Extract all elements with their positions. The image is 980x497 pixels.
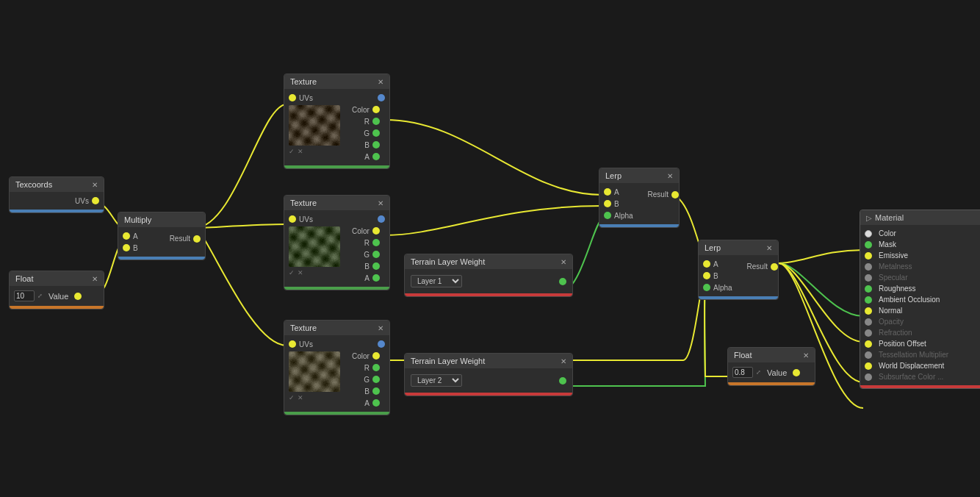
material-color-dot[interactable] <box>865 230 872 237</box>
texture3-uvs-right-dot[interactable] <box>378 340 385 348</box>
texture3-uvs-dot[interactable] <box>289 340 296 348</box>
texture1-r-dot[interactable] <box>372 118 380 125</box>
texture2-color-row: Color <box>345 225 384 237</box>
multiply-result-dot[interactable] <box>193 235 201 243</box>
float1-input[interactable] <box>14 290 35 301</box>
texture3-color-dot[interactable] <box>372 352 380 360</box>
texture3-a-dot[interactable] <box>372 399 380 407</box>
material-specular-row: Specular <box>860 272 980 283</box>
terrain1-header: Terrain Layer Weight ✕ <box>405 254 572 269</box>
lerp1-b-dot[interactable] <box>604 200 611 207</box>
texture2-b-dot[interactable] <box>372 262 380 270</box>
texture3-close[interactable]: ✕ <box>378 324 383 332</box>
texture1-preview-area: ✓ ✕ <box>284 104 345 162</box>
texture2-a-dot[interactable] <box>372 274 380 282</box>
texture1-b-row: B <box>345 139 384 151</box>
lerp1-a-dot[interactable] <box>604 188 611 196</box>
material-refraction-dot[interactable] <box>865 329 872 337</box>
texcoords-uvs-port: UVs <box>10 195 104 207</box>
texture1-g-row: G <box>345 127 384 139</box>
texture1-a-dot[interactable] <box>372 153 380 160</box>
terrain1-layer-select[interactable]: Layer 1 Layer 2 <box>411 275 462 287</box>
lerp1-close[interactable]: ✕ <box>667 172 673 180</box>
lerp1-alpha-dot[interactable] <box>604 212 611 219</box>
texture1-title: Texture <box>290 77 317 86</box>
texture3-g-row: G <box>345 373 384 385</box>
lerp2-a-dot[interactable] <box>703 260 710 268</box>
lerp1-result-dot[interactable] <box>671 191 679 199</box>
texture2-b-row: B <box>345 260 384 272</box>
float2-value-dot[interactable] <box>793 369 800 376</box>
texture2-g-dot[interactable] <box>372 251 380 258</box>
texture2-r-dot[interactable] <box>372 239 380 246</box>
material-normal-dot[interactable] <box>865 307 872 315</box>
lerp2-b-dot[interactable] <box>703 272 710 279</box>
terrain2-output-dot[interactable] <box>559 377 566 385</box>
texture3-a-label: A <box>361 399 372 407</box>
float1-expand-icon[interactable]: ⤢ <box>37 293 43 299</box>
texture3-g-dot[interactable] <box>372 376 380 383</box>
lerp2-result-label: Result <box>744 262 771 271</box>
lerp2-node: Lerp ✕ A B Alpha <box>698 240 779 300</box>
float1-close[interactable]: ✕ <box>92 275 98 283</box>
float2-expand-icon[interactable]: ⤢ <box>756 369 761 376</box>
material-tessmult-dot[interactable] <box>865 351 872 359</box>
terrain1-close[interactable]: ✕ <box>561 258 566 266</box>
texture3-color-row: Color <box>345 350 384 362</box>
material-posoffset-label: Position Offset <box>876 340 929 348</box>
material-mask-dot[interactable] <box>865 241 872 248</box>
texcoords-node: Texcoords ✕ UVs <box>9 176 104 213</box>
texture3-content: ✓ ✕ Color R G <box>284 350 389 409</box>
material-roughness-dot[interactable] <box>865 285 872 293</box>
texture3-r-dot[interactable] <box>372 364 380 371</box>
texture3-x-icon: ✕ <box>298 394 303 401</box>
texture1-uvs-row: UVs <box>284 92 389 104</box>
texture3-g-label: G <box>361 376 372 384</box>
texcoords-uvs-dot[interactable] <box>92 197 99 204</box>
material-worlddisp-dot[interactable] <box>865 362 872 370</box>
texture1-b-dot[interactable] <box>372 141 380 149</box>
terrain2-node: Terrain Layer Weight ✕ Layer 1 Layer 2 <box>404 353 573 396</box>
material-ao-row: Ambient Occlusion <box>860 294 980 305</box>
material-opacity-dot[interactable] <box>865 318 872 326</box>
material-ao-dot[interactable] <box>865 296 872 304</box>
material-metalness-dot[interactable] <box>865 263 872 271</box>
texture2-a-row: A <box>345 272 384 284</box>
texture1-g-dot[interactable] <box>372 129 380 137</box>
texture1-close[interactable]: ✕ <box>378 78 383 86</box>
float2-input[interactable] <box>732 367 753 378</box>
texture1-uvs-right-dot[interactable] <box>378 94 385 101</box>
lerp2-alpha-dot[interactable] <box>703 284 710 291</box>
texture1-uvs-dot[interactable] <box>289 94 296 101</box>
lerp2-result-row: Result <box>740 258 782 271</box>
texcoords-close[interactable]: ✕ <box>92 181 98 189</box>
texture2-close[interactable]: ✕ <box>378 199 383 207</box>
texture2-uvs-dot[interactable] <box>289 215 296 223</box>
texture1-uvs-label: UVs <box>296 94 316 102</box>
material-specular-dot[interactable] <box>865 274 872 282</box>
material-emissive-dot[interactable] <box>865 252 872 260</box>
texture2-uvs-right-dot[interactable] <box>378 215 385 223</box>
multiply-inputs: A B <box>118 230 145 254</box>
texture1-color-dot[interactable] <box>372 106 380 113</box>
multiply-b-dot[interactable] <box>123 244 130 251</box>
float2-title: Float <box>734 351 752 360</box>
float2-node: Float ✕ ⤢ Value <box>727 347 815 386</box>
terrain2-header: Terrain Layer Weight ✕ <box>405 354 572 368</box>
texture2-content: ✓ ✕ Color R G <box>284 225 389 284</box>
terrain1-output-dot[interactable] <box>559 278 566 285</box>
terrain2-layer-select[interactable]: Layer 1 Layer 2 <box>411 374 462 387</box>
float1-value-dot[interactable] <box>74 293 82 300</box>
texture3-b-dot[interactable] <box>372 387 380 395</box>
multiply-a-dot[interactable] <box>123 232 130 240</box>
multiply-title: Multiply <box>124 215 151 224</box>
material-arrow-icon: ▷ <box>866 214 872 222</box>
material-subsurface-dot[interactable] <box>865 373 872 381</box>
material-subsurface-row: Subsurface Color ... <box>860 371 980 382</box>
material-posoffset-dot[interactable] <box>865 340 872 348</box>
lerp2-result-dot[interactable] <box>771 263 778 271</box>
terrain2-close[interactable]: ✕ <box>561 357 566 365</box>
lerp2-close[interactable]: ✕ <box>766 244 772 252</box>
float2-close[interactable]: ✕ <box>803 351 809 360</box>
texture2-color-dot[interactable] <box>372 227 380 235</box>
